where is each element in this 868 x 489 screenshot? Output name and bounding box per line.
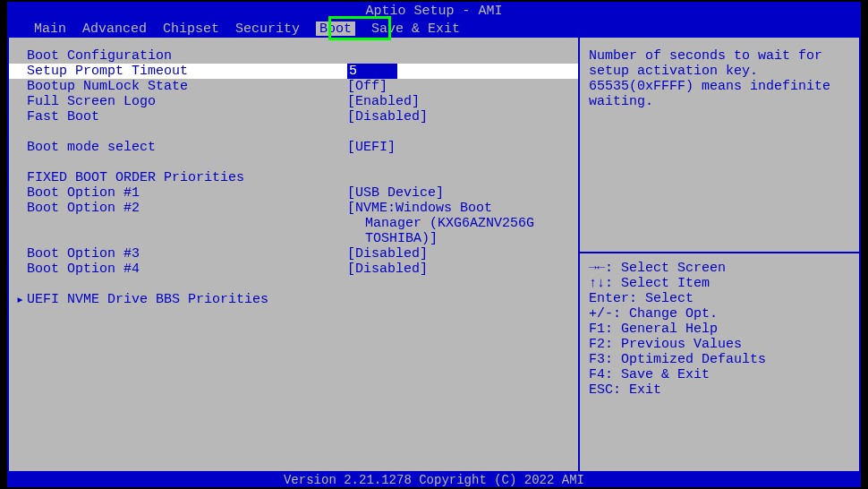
boot-option-2-label: Boot Option #2 [27, 201, 347, 216]
bootup-numlock-value[interactable]: [Off] [347, 79, 571, 94]
bootup-numlock-row[interactable]: Bootup NumLock State [Off] [27, 79, 571, 94]
key-hint-save-exit: F4: Save & Exit [589, 367, 850, 382]
setup-prompt-timeout-row[interactable]: Setup Prompt Timeout 5 [9, 64, 578, 79]
key-hint-select-screen: →←: Select Screen [589, 261, 850, 276]
boot-option-1-value[interactable]: [USB Device] [347, 185, 571, 201]
boot-option-2-row[interactable]: Boot Option #2 [NVME:Windows Boot [27, 201, 571, 216]
help-line-1: Number of seconds to wait for [589, 48, 850, 64]
boot-option-3-value[interactable]: [Disabled] [347, 246, 571, 262]
help-line-2: setup activation key. [589, 64, 850, 79]
boot-option-4-label: Boot Option #4 [27, 262, 347, 277]
menu-main[interactable]: Main [34, 21, 66, 36]
submenu-arrow-icon: ▸ [16, 291, 27, 308]
boot-option-1-row[interactable]: Boot Option #1 [USB Device] [27, 185, 571, 201]
boot-option-3-label: Boot Option #3 [27, 246, 347, 262]
spacer [589, 109, 850, 244]
fixed-boot-header: FIXED BOOT ORDER Priorities [27, 170, 571, 185]
key-hints: →←: Select Screen ↑↓: Select Item Enter:… [589, 261, 850, 398]
boot-option-4-row[interactable]: Boot Option #4 [Disabled] [27, 262, 571, 277]
fast-boot-value[interactable]: [Disabled] [347, 109, 571, 124]
uefi-nvme-submenu-label: UEFI NVME Drive BBS Priorities [27, 292, 268, 307]
key-hint-optimized-defaults: F3: Optimized Defaults [589, 352, 850, 367]
setup-prompt-timeout-label: Setup Prompt Timeout [27, 64, 347, 79]
key-hint-previous-values: F2: Previous Values [589, 337, 850, 352]
menu-save-exit[interactable]: Save & Exit [371, 21, 460, 36]
boot-mode-select-row[interactable]: Boot mode select [UEFI] [27, 140, 571, 155]
key-hint-change-opt: +/-: Change Opt. [589, 306, 850, 322]
divider [580, 252, 859, 253]
full-screen-logo-label: Full Screen Logo [27, 94, 347, 109]
boot-option-2-value-line3: TOSHIBA)] [365, 231, 571, 246]
boot-config-header: Boot Configuration [27, 48, 571, 64]
boot-option-3-row[interactable]: Boot Option #3 [Disabled] [27, 246, 571, 262]
bios-container: Aptio Setup - AMI Main Advanced Chipset … [7, 2, 861, 487]
boot-mode-select-label: Boot mode select [27, 140, 347, 155]
key-hint-select-item: ↑↓: Select Item [589, 276, 850, 291]
help-text: Number of seconds to wait for setup acti… [589, 48, 850, 109]
bottom-spacer [589, 398, 850, 460]
key-hint-enter: Enter: Select [589, 291, 850, 306]
title-bar: Aptio Setup - AMI [7, 2, 861, 20]
settings-panel: Boot Configuration Setup Prompt Timeout … [9, 38, 580, 471]
uefi-nvme-submenu-row[interactable]: ▸ UEFI NVME Drive BBS Priorities [16, 292, 571, 307]
menu-chipset[interactable]: Chipset [163, 21, 219, 36]
help-panel: Number of seconds to wait for setup acti… [580, 38, 859, 471]
full-screen-logo-row[interactable]: Full Screen Logo [Enabled] [27, 94, 571, 109]
setup-prompt-timeout-value[interactable]: 5 [347, 64, 397, 79]
main-area: Boot Configuration Setup Prompt Timeout … [9, 38, 859, 471]
fast-boot-row[interactable]: Fast Boot [Disabled] [27, 109, 571, 124]
boot-option-1-label: Boot Option #1 [27, 185, 347, 201]
full-screen-logo-value[interactable]: [Enabled] [347, 94, 571, 109]
boot-option-4-value[interactable]: [Disabled] [347, 262, 571, 277]
footer: Version 2.21.1278 Copyright (C) 2022 AMI [7, 471, 861, 487]
menu-boot[interactable]: Boot [316, 21, 355, 36]
key-hint-general-help: F1: General Help [589, 322, 850, 337]
key-hint-esc: ESC: Exit [589, 382, 850, 398]
blank-row [27, 155, 571, 170]
menu-security[interactable]: Security [235, 21, 300, 36]
blank-row [27, 124, 571, 140]
help-line-4: waiting. [589, 94, 850, 109]
blank-row [27, 277, 571, 292]
menu-advanced[interactable]: Advanced [82, 21, 147, 36]
fast-boot-label: Fast Boot [27, 109, 347, 124]
boot-option-2-value-line2: Manager (KXG6AZNV256G [365, 216, 571, 231]
bootup-numlock-label: Bootup NumLock State [27, 79, 347, 94]
boot-option-2-value-line1[interactable]: [NVME:Windows Boot [347, 201, 571, 216]
help-line-3: 65535(0xFFFF) means indefinite [589, 79, 850, 94]
menu-bar: Main Advanced Chipset Security Boot Save… [7, 20, 861, 38]
boot-mode-select-value[interactable]: [UEFI] [347, 140, 571, 155]
